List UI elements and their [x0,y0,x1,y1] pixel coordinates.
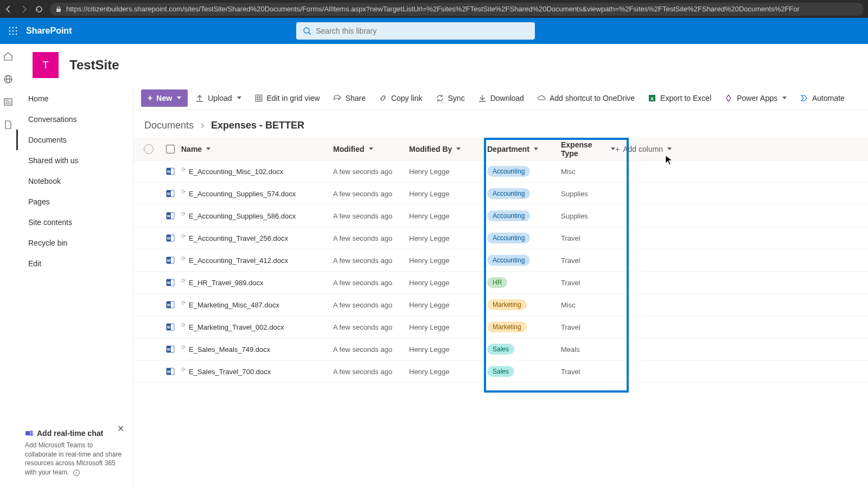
nav-item-notebook[interactable]: Notebook [16,171,133,191]
new-button[interactable]: + New [141,89,188,107]
file-name[interactable]: E_Sales_Meals_749.docx [189,345,270,354]
sync-status-icon: ⟳ [181,367,186,373]
automate-button[interactable]: Automate [794,91,850,106]
table-row[interactable]: W⟳E_Accounting_Travel_412.docxA few seco… [133,249,868,272]
department-pill: Accounting [487,255,530,266]
power-apps-button[interactable]: Power Apps [719,91,792,106]
nav-item-shared-with-us[interactable]: Shared with us [16,150,133,171]
cell-modified-by[interactable]: Henry Legge [409,168,480,176]
share-button[interactable]: Share [328,91,371,106]
nav-item-recycle-bin[interactable]: Recycle bin [16,233,133,253]
powerapps-icon [724,94,733,102]
breadcrumb-root[interactable]: Documents [144,120,194,131]
download-button[interactable]: Download [473,91,529,106]
svg-point-20 [30,430,33,433]
cell-modified-by[interactable]: Henry Legge [409,279,480,287]
table-row[interactable]: W⟳E_Accounting_Supplies_574.docxA few se… [133,183,868,205]
site-logo[interactable]: T [33,52,59,78]
nav-item-edit[interactable]: Edit [16,253,133,274]
cell-modified-by[interactable]: Henry Legge [409,212,480,220]
breadcrumb: Documents Expenses - BETTER [133,110,868,138]
table-row[interactable]: W⟳E_HR_Travel_989.docxA few seconds agoH… [133,272,868,294]
column-header-name[interactable]: Name [181,145,333,153]
add-onedrive-shortcut-button[interactable]: Add shortcut to OneDrive [532,91,640,106]
news-icon[interactable] [3,97,13,107]
file-name[interactable]: E_Marketing_Misc_487.docx [189,301,279,309]
product-name[interactable]: SharePoint [26,26,72,36]
cell-modified-by[interactable]: Henry Legge [409,301,480,309]
svg-text:W: W [167,281,171,285]
sync-button[interactable]: Sync [430,91,470,106]
word-file-icon: W [166,167,175,176]
sync-status-icon: ⟳ [181,233,186,239]
chevron-down-icon [782,97,787,99]
cell-modified-by[interactable]: Henry Legge [409,323,480,331]
department-pill: Accounting [487,233,530,243]
table-row[interactable]: W⟳E_Marketing_Misc_487.docxA few seconds… [133,294,868,316]
file-name[interactable]: E_HR_Travel_989.docx [189,279,264,287]
browser-chrome: https://citizenbuilders.sharepoint.com/s… [0,0,868,18]
edit-grid-button[interactable]: Edit in grid view [249,91,326,106]
upload-button[interactable]: Upload [190,91,246,106]
cell-modified-by[interactable]: Henry Legge [409,345,480,354]
file-type-column-icon[interactable] [166,145,175,153]
nav-item-site-contents[interactable]: Site contents [16,212,133,233]
table-row[interactable]: W⟳E_Accounting_Supplies_586.docxA few se… [133,205,868,227]
table-row[interactable]: W⟳E_Accounting_Misc_102.docxA few second… [133,160,868,183]
nav-item-pages[interactable]: Pages [16,191,133,212]
table-row[interactable]: W⟳E_Accounting_Travel_256.docxA few seco… [133,227,868,249]
table-row[interactable]: W⟳E_Marketing_Travel_002.docxA few secon… [133,316,868,338]
search-input[interactable] [316,27,528,35]
file-name[interactable]: E_Sales_Travel_700.docx [189,368,271,376]
table-row[interactable]: W⟳E_Sales_Travel_700.docxA few seconds a… [133,361,868,383]
excel-icon: X [648,94,656,102]
cell-modified-by[interactable]: Henry Legge [409,234,480,242]
info-icon[interactable]: i [73,470,80,476]
svg-text:W: W [167,325,171,329]
file-name[interactable]: E_Accounting_Supplies_586.docx [189,212,296,220]
file-name[interactable]: E_Accounting_Supplies_574.docx [189,190,296,198]
browser-reload-button[interactable] [35,5,43,14]
svg-text:W: W [167,214,171,218]
command-bar: + New Upload Edit in grid view Share [133,86,868,110]
teams-promo-card: ✕ Add real-time chat Add Microsoft Teams… [22,423,127,483]
svg-text:W: W [167,348,171,351]
table-header-row: Name Modified Modified By Department Exp… [133,138,868,160]
browser-forward-button[interactable] [20,5,28,14]
add-column-button[interactable]: +Add column [615,145,691,153]
search-box[interactable] [296,22,535,40]
file-name[interactable]: E_Accounting_Travel_412.docx [189,256,288,265]
file-name[interactable]: E_Marketing_Travel_002.docx [189,323,284,331]
app-launcher-button[interactable] [0,18,26,44]
cell-modified-by[interactable]: Henry Legge [409,256,480,265]
cell-modified: A few seconds ago [333,190,409,198]
file-name[interactable]: E_Accounting_Misc_102.docx [189,168,283,176]
department-pill: Marketing [487,299,527,310]
column-header-modified-by[interactable]: Modified By [409,145,480,153]
nav-item-documents[interactable]: Documents [16,130,133,150]
site-name[interactable]: TestSite [69,57,119,73]
cell-expense-type: Meals [561,345,615,354]
column-header-modified[interactable]: Modified [333,145,409,153]
nav-item-home[interactable]: Home [16,88,133,109]
cell-modified-by[interactable]: Henry Legge [409,368,480,376]
copy-link-button[interactable]: Copy link [373,91,428,106]
file-name[interactable]: E_Accounting_Travel_256.docx [189,234,288,242]
word-file-icon: W [166,256,175,265]
cell-expense-type: Travel [561,323,615,331]
column-header-expense-type[interactable]: Expense Type [561,140,615,158]
home-icon[interactable] [3,52,13,61]
table-row[interactable]: W⟳E_Sales_Meals_749.docxA few seconds ag… [133,338,868,361]
svg-point-8 [12,34,14,35]
globe-icon[interactable] [3,74,13,84]
files-icon[interactable] [3,120,13,130]
chevron-down-icon [534,147,538,150]
column-header-department[interactable]: Department [480,145,561,153]
nav-item-conversations[interactable]: Conversations [16,109,133,130]
browser-url-bar[interactable]: https://citizenbuilders.sharepoint.com/s… [50,3,864,16]
cell-modified-by[interactable]: Henry Legge [409,190,480,198]
select-all-toggle[interactable] [144,144,154,154]
export-excel-button[interactable]: X Export to Excel [642,91,717,106]
close-icon[interactable]: ✕ [117,423,124,434]
browser-back-button[interactable] [4,5,13,14]
